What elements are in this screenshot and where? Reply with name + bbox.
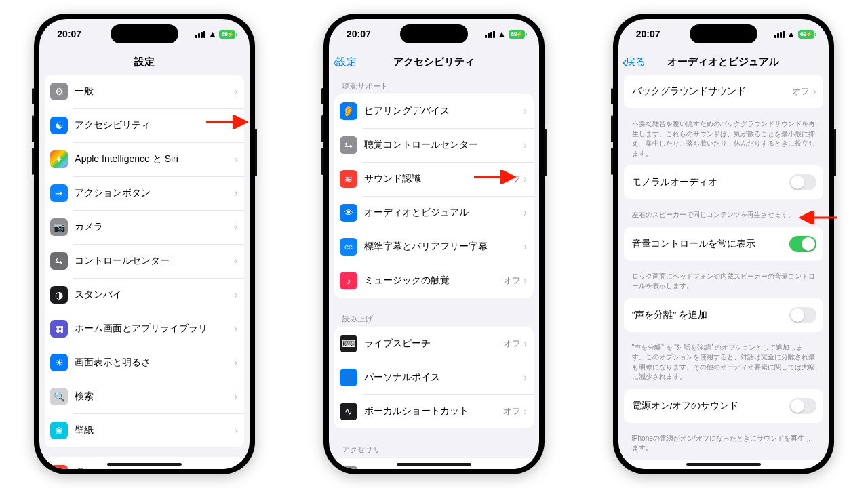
switches-icon: ⇆ <box>340 136 357 154</box>
cellular-icon <box>485 30 495 38</box>
apps-icon: ▦ <box>50 320 68 338</box>
sparkle-icon: ✦ <box>50 150 68 168</box>
row-label: コントロールセンター <box>75 255 234 267</box>
clock: 20:07 <box>57 28 81 39</box>
wifi-icon: ▲ <box>787 29 795 39</box>
chevron-right-icon: › <box>234 256 237 266</box>
wifi-icon: ▲ <box>208 29 216 39</box>
chevron-right-icon: › <box>234 391 237 402</box>
cellular-icon <box>774 30 785 38</box>
row-label: 聴覚コントロールセンター <box>364 139 524 151</box>
clock: 20:07 <box>347 28 371 39</box>
phone-2: 20:07 ▲ 69⚡ ‹設定 アクセシビリティ 聴覚サポート 👂ヒアリングデバ… <box>323 14 545 474</box>
ear-icon: 👂 <box>340 102 357 120</box>
row-label: 壁紙 <box>75 424 234 436</box>
settings-row[interactable]: ☯アクセシビリティ› <box>45 108 244 142</box>
voice-icon: 👤 <box>340 369 357 386</box>
row-label: サウンド認識 <box>364 173 503 185</box>
settings-row[interactable]: ☀画面表示と明るさ› <box>45 346 244 380</box>
settings-row[interactable]: ❀壁紙› <box>45 413 244 447</box>
camera-icon: 📷 <box>50 218 68 236</box>
toggle-always-show-volume[interactable] <box>789 236 816 252</box>
flower-icon: ❀ <box>50 422 68 439</box>
row-label: オーディオとビジュアル <box>364 207 524 219</box>
settings-row[interactable]: 👁オーディオとビジュアル› <box>334 196 534 230</box>
action-icon: ⇥ <box>50 184 68 202</box>
settings-row[interactable]: ♪ミュージックの触覚オフ› <box>334 264 534 298</box>
dynamic-island <box>400 24 468 43</box>
row-mono-audio[interactable]: モノラルオーディオ <box>624 165 823 199</box>
dynamic-island <box>111 24 178 43</box>
row-label: 画面表示と明るさ <box>75 357 234 369</box>
settings-row[interactable]: ≋サウンド認識オフ› <box>334 162 534 196</box>
toggle-voice-isolation[interactable] <box>789 307 816 323</box>
cellular-icon <box>195 30 205 38</box>
chevron-right-icon: › <box>524 372 527 383</box>
settings-list[interactable]: ⚙一般›☯アクセシビリティ›✦Apple Intelligence と Siri… <box>39 75 250 469</box>
settings-row[interactable]: ⇥アクションボタン› <box>45 176 244 210</box>
row-label: アクセシビリティ <box>75 119 234 131</box>
chevron-right-icon: › <box>524 207 527 218</box>
settings-row[interactable]: ✦Apple Intelligence と Siri› <box>45 142 244 176</box>
row-label: 通知 <box>75 468 234 469</box>
row-label: 標準字幕とバリアフリー字幕 <box>364 241 524 253</box>
chevron-right-icon: › <box>234 289 237 300</box>
section-header: 聴覚サポート <box>334 75 534 94</box>
back-button[interactable]: ‹設定 <box>333 49 357 75</box>
gear-icon: ⚙ <box>50 83 68 100</box>
settings-row[interactable]: 👂ヒアリングデバイス› <box>334 94 534 128</box>
settings-row[interactable]: ⚙一般› <box>45 75 244 108</box>
row-detail: オフ <box>503 173 521 185</box>
back-button[interactable]: ‹戻る <box>623 49 646 75</box>
row-label: カメラ <box>75 221 234 233</box>
settings-row[interactable]: ⇆聴覚コントロールセンター› <box>334 128 534 162</box>
search-icon: 🔍 <box>50 388 68 405</box>
person-icon: ☯ <box>50 117 68 134</box>
home-indicator[interactable] <box>107 463 182 466</box>
cc-icon: ㏄ <box>340 238 357 256</box>
row-label: ミュージックの触覚 <box>364 274 503 287</box>
battery-icon: 69⚡ <box>798 30 816 39</box>
chevron-right-icon: › <box>234 468 237 469</box>
row-label: ボーカルショートカット <box>364 405 503 418</box>
chevron-right-icon: › <box>234 154 237 165</box>
settings-row[interactable]: ㏄標準字幕とバリアフリー字幕› <box>334 230 534 264</box>
row-label: 検索 <box>75 390 234 403</box>
page-title: オーディオとビジュアル <box>667 56 779 68</box>
switches-icon: ⇆ <box>50 252 68 270</box>
settings-row[interactable]: ▦ホーム画面とアプリライブラリ› <box>45 312 244 346</box>
kb2-icon: ⌨ <box>340 466 357 469</box>
settings-row[interactable]: 👤パーソナルボイス› <box>334 361 534 394</box>
row-add-voice-isolation[interactable]: "声を分離" を追加 <box>624 298 823 332</box>
row-power-sound[interactable]: 電源オン/オフのサウンド <box>624 389 823 423</box>
section-header: 読み上げ <box>334 307 534 327</box>
home-indicator[interactable] <box>686 463 761 466</box>
accessibility-list[interactable]: 聴覚サポート 👂ヒアリングデバイス›⇆聴覚コントロールセンター›≋サウンド認識オ… <box>329 75 539 469</box>
settings-row[interactable]: ◑スタンバイ› <box>45 278 244 312</box>
chevron-right-icon: › <box>234 120 237 131</box>
chevron-right-icon: › <box>524 106 527 117</box>
settings-row[interactable]: ∿ボーカルショートカットオフ› <box>334 394 534 428</box>
toggle-headphone-notification[interactable] <box>789 469 816 470</box>
wave-icon: ≋ <box>340 170 357 188</box>
settings-row[interactable]: 📷カメラ› <box>45 210 244 244</box>
audio-visual-list[interactable]: バックグラウンドサウンド オフ › 不要な雑音を覆い隠すためのバックグラウンドサ… <box>618 75 829 469</box>
row-label: アクションボタン <box>75 187 234 199</box>
settings-row[interactable]: 🔍検索› <box>45 380 244 413</box>
row-label: パーソナルボイス <box>364 371 524 384</box>
clock: 20:07 <box>636 28 660 39</box>
settings-row[interactable]: ⌨ライブスピーチオフ› <box>334 327 534 361</box>
home-indicator[interactable] <box>397 463 471 466</box>
settings-row[interactable]: ⇆コントロールセンター› <box>45 244 244 278</box>
battery-icon: 69⚡ <box>219 30 237 39</box>
row-label: キーボードと入力 <box>364 468 524 469</box>
toggle-mono-audio[interactable] <box>789 174 816 190</box>
row-label: 一般 <box>75 85 234 98</box>
standby-icon: ◑ <box>50 286 68 304</box>
chevron-right-icon: › <box>524 241 527 252</box>
wifi-icon: ▲ <box>498 29 506 39</box>
row-background-sounds[interactable]: バックグラウンドサウンド オフ › <box>624 75 823 108</box>
row-always-show-volume[interactable]: 音量コントロールを常に表示 <box>624 227 823 261</box>
page-title: 設定 <box>134 56 155 68</box>
toggle-power-sound[interactable] <box>789 398 816 414</box>
